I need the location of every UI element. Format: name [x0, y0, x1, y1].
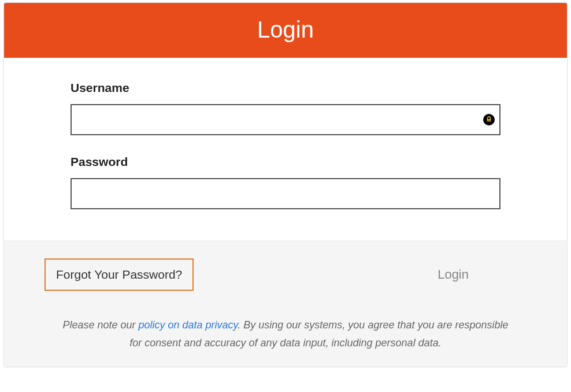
privacy-notice: Please note our policy on data privacy. … [45, 316, 526, 352]
password-group: Password [71, 155, 500, 209]
password-input-wrap [71, 178, 500, 209]
svg-rect-0 [487, 119, 491, 120]
password-input[interactable] [71, 178, 500, 209]
notice-prefix: Please note our [62, 319, 138, 331]
username-label: Username [71, 81, 500, 95]
login-footer: Forgot Your Password? Login Please note … [4, 241, 567, 367]
page-title: Login [4, 17, 567, 43]
privacy-policy-link[interactable]: policy on data privacy [139, 319, 238, 331]
forgot-password-button[interactable]: Forgot Your Password? [45, 258, 194, 291]
username-input-wrap [71, 104, 500, 135]
svg-rect-1 [487, 120, 491, 121]
actions-row: Forgot Your Password? Login [45, 258, 526, 291]
login-header: Login [4, 3, 567, 58]
login-card: Login Username Password [3, 2, 568, 367]
password-manager-icon[interactable] [483, 114, 495, 125]
login-form: Username Password [4, 58, 567, 241]
password-label: Password [71, 155, 500, 169]
username-group: Username [71, 81, 500, 135]
username-input[interactable] [71, 104, 500, 135]
login-button[interactable]: Login [414, 259, 492, 290]
